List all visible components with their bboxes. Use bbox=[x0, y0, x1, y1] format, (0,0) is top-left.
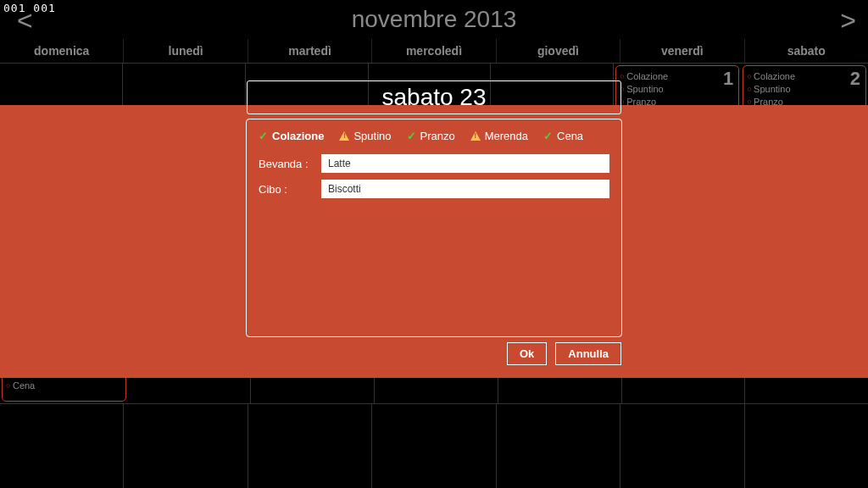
day-cell[interactable] bbox=[372, 404, 496, 488]
day-header-fri: venerdì bbox=[620, 39, 744, 63]
modal-title-box: sabato 23 bbox=[247, 80, 621, 114]
day-header-thu: giovedì bbox=[497, 39, 620, 63]
day-cell[interactable] bbox=[124, 404, 248, 488]
day-number: 2 bbox=[850, 68, 860, 90]
day-cell[interactable] bbox=[745, 404, 868, 488]
tab-sputino[interactable]: Sputino bbox=[339, 130, 391, 142]
day-cell[interactable] bbox=[620, 404, 744, 488]
tab-label: Colazione bbox=[272, 130, 324, 142]
day-headers: domenica lunedì martedì mercoledì gioved… bbox=[0, 39, 868, 63]
tab-cena[interactable]: ✓ Cena bbox=[543, 130, 583, 142]
bevanda-row: Bevanda : bbox=[247, 151, 621, 176]
tab-merenda[interactable]: Merenda bbox=[470, 130, 528, 142]
bevanda-label: Bevanda : bbox=[259, 158, 313, 170]
week-row bbox=[0, 403, 868, 488]
cibo-input[interactable] bbox=[321, 180, 609, 198]
day-events: Colazione Spuntino Pranzo bbox=[747, 70, 862, 108]
event-item: Colazione bbox=[620, 70, 735, 83]
month-title: novembre 2013 bbox=[352, 6, 517, 33]
calendar-header: < novembre 2013 > bbox=[0, 0, 868, 39]
day-header-wed: mercoledì bbox=[372, 39, 496, 63]
event-item: Spuntino bbox=[747, 83, 862, 96]
day-header-sat: sabato bbox=[745, 39, 868, 63]
day-cell[interactable] bbox=[0, 404, 124, 488]
tab-label: Sputino bbox=[353, 130, 391, 142]
cancel-button[interactable]: Annulla bbox=[555, 342, 621, 365]
event-item: Cena bbox=[6, 380, 122, 392]
cibo-row: Cibo : bbox=[247, 176, 621, 202]
check-icon: ✓ bbox=[259, 130, 268, 142]
tab-label: Cena bbox=[557, 130, 583, 142]
modal-buttons: Ok Annulla bbox=[507, 342, 621, 365]
warning-icon bbox=[470, 131, 481, 141]
day-header-tue: martedì bbox=[248, 39, 372, 63]
check-icon: ✓ bbox=[543, 130, 553, 142]
tab-label: Merenda bbox=[485, 130, 528, 142]
tab-pranzo[interactable]: ✓ Pranzo bbox=[407, 130, 455, 142]
ok-button[interactable]: Ok bbox=[507, 342, 547, 365]
warning-icon bbox=[339, 131, 349, 141]
tab-colazione[interactable]: ✓ Colazione bbox=[259, 130, 324, 142]
modal-title: sabato 23 bbox=[382, 84, 487, 111]
day-header-sun: domenica bbox=[0, 39, 124, 63]
meal-tabs: ✓ Colazione Sputino ✓ Pranzo Merenda ✓ C… bbox=[247, 119, 621, 151]
cibo-label: Cibo : bbox=[259, 183, 313, 196]
edit-day-modal: sabato 23 ✓ Colazione Sputino ✓ Pranzo M… bbox=[246, 119, 622, 337]
prev-month-button[interactable]: < bbox=[17, 5, 33, 36]
tab-label: Pranzo bbox=[420, 130, 455, 142]
day-header-mon: lunedì bbox=[124, 39, 248, 63]
event-item: Spuntino bbox=[620, 83, 735, 96]
next-month-button[interactable]: > bbox=[840, 5, 856, 36]
day-events: Colazione Spuntino Pranzo bbox=[620, 70, 735, 108]
check-icon: ✓ bbox=[407, 130, 416, 142]
bevanda-input[interactable] bbox=[321, 154, 609, 173]
day-cell[interactable] bbox=[248, 404, 372, 488]
day-cell[interactable] bbox=[497, 404, 620, 488]
event-item: Colazione bbox=[747, 70, 862, 83]
day-number: 1 bbox=[723, 68, 733, 90]
